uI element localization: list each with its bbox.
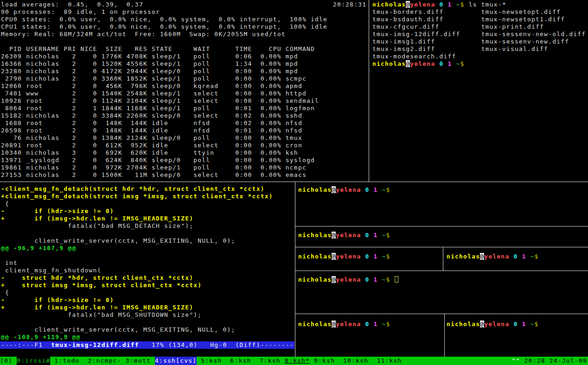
prompt-host: yelena <box>336 321 361 327</box>
prompt-tilde: ~ <box>456 60 460 67</box>
prompt-at: @ <box>480 321 484 327</box>
prompt-host: yelena <box>410 60 435 67</box>
pane-emacs[interactable]: -client_msg_fn_detach(struct hdr *hdr, s… <box>0 182 294 357</box>
diff-line: client_write_server(cctx, MSG_EXITING, N… <box>1 326 273 334</box>
prompt-space <box>378 232 382 239</box>
prompt-host: yelena <box>336 232 361 239</box>
top-output-line: 13971 _syslogd 2 0 624K 840K sleep/0 pol… <box>1 157 327 164</box>
top-output-line: CPU0 states: 0.0% user, 0.0% nice, 0.0% … <box>1 16 327 23</box>
window-items-b[interactable]: 5:ksh 6:ksh 7:ksh <box>197 357 285 365</box>
top-output-line: Memory: Real: 68M/324M act/tot Free: 166… <box>1 31 327 38</box>
window-items-a[interactable]: 1:todo 2:ncmpc- 3:mutt <box>50 357 155 365</box>
prompt-space <box>443 60 447 67</box>
diff-line: client_msg_fn_shutdown( <box>1 267 273 274</box>
prompt-space <box>518 321 522 327</box>
pane-border[interactable] <box>443 247 443 271</box>
pane-top-command[interactable]: load averages: 0.45, 0.39, 0.3790 proces… <box>0 0 368 182</box>
top-output-line: 23280 nicholas 2 0 4172K 2944K sleep/0 p… <box>1 68 327 75</box>
prompt-dollar: $ <box>386 232 390 239</box>
ls-output-line: tmux-imsg2.diff tmux-visual.diff <box>372 45 586 53</box>
prompt-host: yelena <box>336 186 361 193</box>
prompt-tilde: ~ <box>382 321 386 327</box>
prompt-space <box>369 321 373 327</box>
diff-line: - if (hdr->size != 0) <box>1 208 273 215</box>
pane-shell-ls[interactable]: nicholas@yelena 0 1 ~$ ls tmux-* tmux-bo… <box>370 0 588 182</box>
window-item-ssh-cvs-alert[interactable]: 4:ssh[cvs] <box>155 357 197 365</box>
window-items-c[interactable]: 9:ksh 10:ksh 11:ksh <box>310 357 402 365</box>
pane-border[interactable] <box>0 182 588 182</box>
pane-border[interactable] <box>295 182 295 357</box>
prompt-space <box>518 253 522 260</box>
prompt-jobs: 1 <box>374 186 378 193</box>
prompt-space <box>369 186 373 193</box>
pane-shell-2[interactable]: nicholas@yelena 0 1 ~$ <box>295 227 588 247</box>
diff-line: int <box>1 259 273 267</box>
pane-border[interactable] <box>295 247 588 247</box>
diff-line: { <box>1 289 273 296</box>
pane-border[interactable] <box>295 226 588 227</box>
shell-prompt: nicholas@yelena 0 1 ~$ <box>298 186 390 193</box>
top-output-line: 19861 nicholas 2 0 972K 2704K sleep/1 po… <box>1 164 327 171</box>
mode-line-prefix: ----:---F1 <box>1 341 51 348</box>
top-output-line: 10926 root 2 0 1124K 2104K sleep/1 selec… <box>1 97 327 105</box>
diff-line: + if (imsg->hdr.len != IMSG_HEADER_SIZE) <box>1 304 273 311</box>
tmux-status-bar: [0] 0:irssi# 1:todo 2:ncmpc- 3:mutt 4:ss… <box>0 357 588 365</box>
prompt-at: @ <box>406 60 410 67</box>
prompt-user: nicholas <box>298 276 332 283</box>
pane-border[interactable] <box>444 314 445 357</box>
prompt-tilde: ~ <box>382 232 386 239</box>
prompt-dollar: $ <box>386 186 390 193</box>
pane-shell-5[interactable]: nicholas@yelena 0 1 ~$ <box>295 271 588 314</box>
window-item-current[interactable]: 8:ksh* <box>285 357 310 365</box>
top-output-line: 20891 root 2 0 612K 952K idle select 0:0… <box>1 142 327 149</box>
shell-prompt: nicholas@yelena 0 1 ~$ <box>298 321 390 327</box>
diff-line: -client_msg_fn_detach(struct hdr *hdr, s… <box>1 185 273 193</box>
prompt-space <box>369 276 373 283</box>
diff-line: + if (imsg->hdr.len != IMSG_HEADER_SIZE) <box>1 215 273 222</box>
prompt-jobs: 1 <box>448 1 452 8</box>
prompt-dollar: $ <box>386 321 390 327</box>
mode-line-info: 17% (134,0) Hg-0 (Diff)-------- <box>139 341 294 348</box>
top-output-line: 26309 nicholas 2 0 1776K 4708K sleep/1 p… <box>1 53 327 60</box>
terminal-cursor <box>395 276 398 283</box>
prompt-user: nicholas <box>298 321 332 327</box>
prompt-jobs: 1 <box>374 276 378 283</box>
pane-border[interactable] <box>369 0 369 182</box>
pane-shell-3[interactable]: nicholas@yelena 0 1 ~$ <box>295 247 443 271</box>
top-output-line: 26598 root 2 0 148K 144K idle nfsd 0:01 … <box>1 127 327 134</box>
prompt-space <box>452 60 456 67</box>
ls-output-line: tmux-imsg-12diff.diff tmux-sessenv-new-o… <box>372 31 586 38</box>
pane-border[interactable] <box>295 314 588 314</box>
pane-shell-1[interactable]: nicholas@yelena 0 1 ~$ <box>295 182 588 226</box>
top-output-line: 76 nicholas 2 0 1384K 2124K sleep/0 poll… <box>1 134 327 142</box>
diff-line: @@ -96,9 +107,9 @@ <box>1 245 273 252</box>
top-output-line: 2790 nicholas 2 0 3360K 1852K sleep/1 po… <box>1 75 327 82</box>
prompt-at: @ <box>332 276 336 283</box>
pane-title-quotes: "" <box>512 357 520 365</box>
shell-prompt: nicholas@yelena 0 1 ~$ <box>447 321 539 327</box>
prompt-dollar: $ <box>386 253 390 260</box>
pane-border[interactable] <box>295 271 588 271</box>
pane-shell-6[interactable]: nicholas@yelena 0 1 ~$ <box>295 314 444 357</box>
diff-line <box>1 319 273 326</box>
diff-line: - struct hdr *hdr, struct client_ctx *cc… <box>1 274 273 282</box>
prompt-jobs: 1 <box>522 253 526 260</box>
prompt-tilde: ~ <box>382 186 386 193</box>
prompt-jobs: 1 <box>522 321 526 327</box>
pane-shell-4[interactable]: nicholas@yelena 0 1 ~$ <box>443 247 588 271</box>
prompt-line: nicholas@yelena 0 1 ~$ ls tmux-* <box>372 1 506 8</box>
top-output-line: 90 processes: 89 idle, 1 on processor <box>1 8 327 16</box>
top-output-line: 27153 nicholas 2 0 1500K 11M sleep/0 sel… <box>1 171 327 179</box>
window-item-irssi-activity[interactable]: 0:irssi# <box>17 357 50 365</box>
prompt-dollar: $ <box>535 321 539 327</box>
prompt-jobs: 1 <box>448 60 452 67</box>
prompt-host: yelena <box>336 276 361 283</box>
prompt-space <box>369 232 373 239</box>
diff-line: - if (hdr->size != 0) <box>1 296 273 304</box>
pane-shell-7[interactable]: nicholas@yelena 0 1 ~$ <box>445 314 588 357</box>
diff-line: +client_msg_fn_detach(struct imsg *imsg,… <box>1 193 273 200</box>
diff-line: @@ -108,9 +119,9 @@ <box>1 334 273 341</box>
prompt-space <box>452 1 456 8</box>
prompt-user: nicholas <box>447 321 480 327</box>
prompt-space <box>378 321 382 327</box>
